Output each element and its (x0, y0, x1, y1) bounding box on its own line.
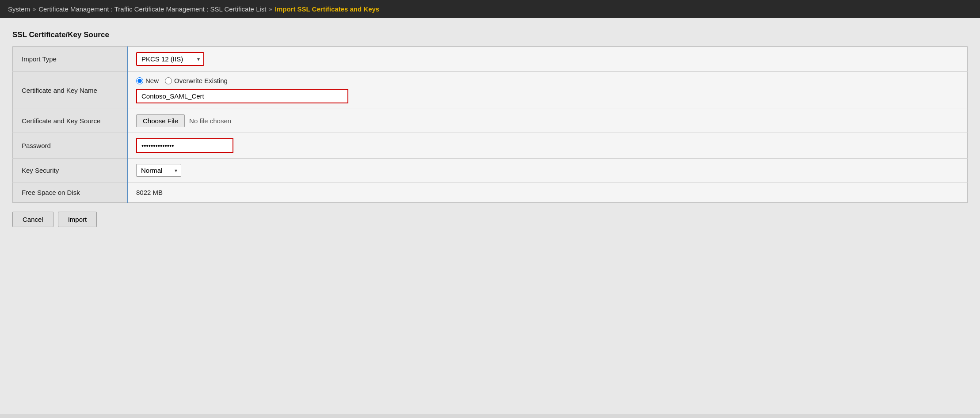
key-security-select-wrapper[interactable]: Normal High FIPS ▾ (136, 164, 181, 177)
section-title: SSL Certificate/Key Source (12, 30, 968, 39)
import-type-select-wrapper[interactable]: PKCS 12 (IIS) PEM DER PKCS 7 ▾ (136, 52, 204, 66)
cert-key-name-input[interactable] (136, 89, 348, 103)
key-security-select[interactable]: Normal High FIPS (137, 164, 181, 176)
free-space-label: Free Space on Disk (13, 182, 128, 203)
cert-key-name-label: Certificate and Key Name (13, 72, 128, 109)
cert-key-source-label: Certificate and Key Source (13, 109, 128, 133)
breadcrumb-arrow-1: » (33, 6, 36, 12)
password-label: Password (13, 133, 128, 159)
import-type-value-cell: PKCS 12 (IIS) PEM DER PKCS 7 ▾ (128, 47, 968, 72)
password-value-cell (128, 133, 968, 159)
cert-key-source-row: Certificate and Key Source Choose File N… (13, 109, 968, 133)
breadcrumb: System » Certificate Management : Traffi… (0, 0, 980, 18)
import-type-label: Import Type (13, 47, 128, 72)
key-security-value-cell: Normal High FIPS ▾ (128, 159, 968, 182)
radio-new-text: New (145, 77, 159, 84)
free-space-row: Free Space on Disk 8022 MB (13, 182, 968, 203)
cancel-button[interactable]: Cancel (12, 212, 53, 227)
no-file-text: No file chosen (189, 117, 231, 125)
breadcrumb-current: Import SSL Certificates and Keys (275, 5, 379, 13)
choose-file-button[interactable]: Choose File (136, 114, 185, 127)
cert-key-name-row: Certificate and Key Name New Overwrite E… (13, 72, 968, 109)
password-input[interactable] (136, 138, 233, 153)
free-space-value: 8022 MB (136, 189, 163, 196)
password-row: Password (13, 133, 968, 159)
radio-overwrite-label[interactable]: Overwrite Existing (165, 77, 228, 84)
import-type-row: Import Type PKCS 12 (IIS) PEM DER PKCS 7… (13, 47, 968, 72)
action-buttons: Cancel Import (12, 212, 968, 227)
radio-new-label[interactable]: New (136, 77, 159, 84)
radio-overwrite-text: Overwrite Existing (174, 77, 228, 84)
radio-group: New Overwrite Existing (136, 77, 959, 84)
key-security-label: Key Security (13, 159, 128, 182)
import-button[interactable]: Import (58, 212, 97, 227)
breadcrumb-system[interactable]: System (8, 5, 30, 13)
radio-overwrite[interactable] (165, 77, 172, 84)
form-table: Import Type PKCS 12 (IIS) PEM DER PKCS 7… (12, 46, 968, 203)
free-space-value-cell: 8022 MB (128, 182, 968, 203)
breadcrumb-middle[interactable]: Certificate Management : Traffic Certifi… (38, 5, 266, 13)
import-type-select[interactable]: PKCS 12 (IIS) PEM DER PKCS 7 (137, 53, 203, 65)
cert-key-name-value-cell: New Overwrite Existing (128, 72, 968, 109)
file-input-area: Choose File No file chosen (136, 114, 959, 127)
cert-key-source-value-cell: Choose File No file chosen (128, 109, 968, 133)
breadcrumb-arrow-2: » (269, 6, 272, 12)
main-content: SSL Certificate/Key Source Import Type P… (0, 18, 980, 414)
radio-new[interactable] (136, 77, 143, 84)
key-security-row: Key Security Normal High FIPS ▾ (13, 159, 968, 182)
